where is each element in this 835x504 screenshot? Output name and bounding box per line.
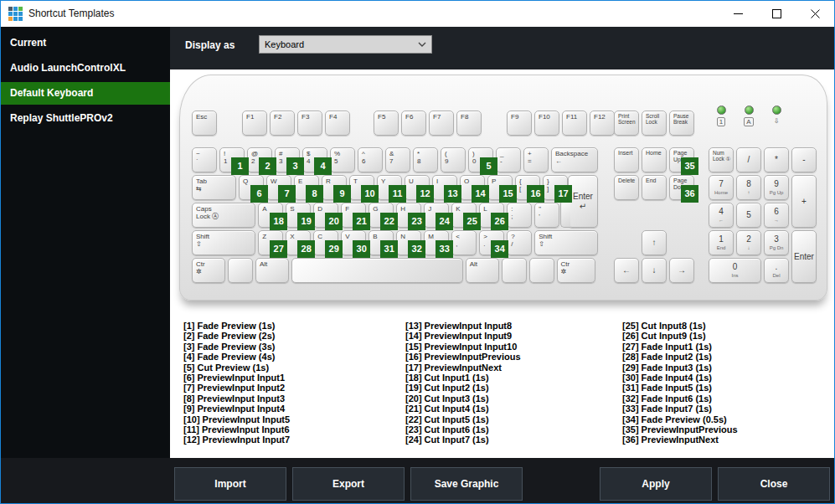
key-4[interactable]: $44 [302,147,327,172]
key-numpad-enter[interactable]: Enter [791,230,817,283]
key-r[interactable]: R9 [322,175,347,200]
key-ctr[interactable]: Ctr✲ [192,258,225,283]
key-blank[interactable]: >.34 [479,230,504,255]
shortcut-badge-34[interactable]: 34 [491,240,508,258]
key-k[interactable]: K25 [451,203,477,228]
import-button[interactable]: Import [174,467,286,501]
key-arrow-down[interactable]: ↓ [642,258,667,283]
shortcut-badge-1[interactable]: 1 [231,157,249,175]
key-numpad-slash[interactable]: / [736,147,761,172]
key-f8[interactable]: F8 [456,111,482,136]
key-enter[interactable]: Enter↵ [568,175,598,228]
sidebar-item-replay-shuttleprov2[interactable]: Replay ShuttlePROv2 [1,107,170,130]
shortcut-badge-7[interactable]: 7 [278,185,296,203]
shortcut-badge-27[interactable]: 27 [270,240,287,258]
key-t[interactable]: T10 [349,175,374,200]
key-f1[interactable]: F1 [242,111,267,136]
key-f2[interactable]: F2 [270,111,295,136]
key-h[interactable]: H23 [396,203,421,228]
key-blank[interactable] [228,258,253,283]
sidebar-item-default-keyboard[interactable]: Default Keyboard [1,82,170,105]
shortcut-badge-14[interactable]: 14 [472,185,489,203]
shortcut-badge-26[interactable]: 26 [491,213,508,230]
shortcut-badge-30[interactable]: 30 [353,240,370,258]
apply-button[interactable]: Apply [600,467,712,501]
key-alt[interactable]: Alt [466,258,499,283]
shortcut-badge-12[interactable]: 12 [416,185,434,203]
key-f9[interactable]: F9 [507,111,532,136]
key-scroll-lock[interactable]: ScrollLock [642,111,667,136]
key-a[interactable]: A18 [258,203,283,228]
key-8[interactable]: 8↑ [736,175,761,200]
key-f[interactable]: F21 [341,203,366,228]
key-alt[interactable]: Alt [255,258,289,283]
key-numpad-minus[interactable]: - [791,147,817,172]
key-7[interactable]: 7Home [709,175,734,200]
shortcut-badge-10[interactable]: 10 [361,185,379,203]
shortcut-badge-20[interactable]: 20 [325,213,343,230]
shortcut-badge-2[interactable]: 2 [259,157,276,175]
key-e[interactable]: E8 [294,175,319,200]
shortcut-badge-21[interactable]: 21 [353,213,370,230]
key-numpad-star[interactable]: * [764,147,789,172]
key-f6[interactable]: F6 [401,111,426,136]
shortcut-badge-23[interactable]: 23 [408,213,425,230]
key-home[interactable]: Home [642,147,667,172]
key-ctr[interactable]: Ctr✲ [557,258,596,283]
key-blank[interactable] [529,258,554,283]
key-2[interactable]: 2↓ [736,230,761,255]
key-f12[interactable]: F12 [590,111,615,136]
key-delete[interactable]: Delete [614,175,639,200]
key-2[interactable]: @22 [247,147,272,172]
key-num-lock[interactable]: NumLock ① [709,147,734,172]
shortcut-badge-22[interactable]: 22 [380,213,398,230]
key-x[interactable]: X28 [286,230,311,255]
key-blank[interactable]: :; [507,203,532,228]
key-3[interactable]: 3Pg Dn [764,230,789,255]
key-backspace[interactable]: Backspace← [551,147,598,172]
key-4[interactable]: 4← [709,203,734,228]
key-l[interactable]: L26 [479,203,504,228]
shortcut-badge-5[interactable]: 5 [480,157,497,175]
key-esc[interactable]: Esc [192,111,217,136]
shortcut-badge-18[interactable]: 18 [270,213,287,230]
save-graphic-button[interactable]: Save Graphic [410,467,523,501]
key-y[interactable]: Y11 [377,175,402,200]
key-8[interactable]: *8 [413,147,438,172]
key-u[interactable]: U12 [405,175,430,200]
shortcut-badge-11[interactable]: 11 [389,185,406,203]
key-blank[interactable]: ?/ [507,230,532,255]
key-b[interactable]: B31 [369,230,394,255]
key-pause-break[interactable]: PauseBreak [669,111,694,136]
key-p[interactable]: P15 [487,175,513,200]
key-arrow-right[interactable]: → [669,258,694,283]
shortcut-badge-33[interactable]: 33 [436,240,453,258]
key-print-screen[interactable]: PrintScreen [614,111,639,136]
key-numpad-dot[interactable]: .Del [764,258,789,283]
key-3[interactable]: #33 [275,147,300,172]
key-s[interactable]: S19 [286,203,311,228]
shortcut-badge-17[interactable]: 17 [554,185,572,203]
key-1[interactable]: !11 [219,147,245,172]
key-f3[interactable]: F3 [297,111,322,136]
key-page-up[interactable]: PageUp35 [669,147,694,172]
key-d[interactable]: D20 [313,203,338,228]
shortcut-badge-28[interactable]: 28 [297,240,315,258]
shortcut-badge-8[interactable]: 8 [306,185,323,203]
key-shift[interactable]: Shift⇧ [534,230,598,255]
shortcut-badge-36[interactable]: 36 [681,185,698,203]
export-button[interactable]: Export [292,467,405,501]
key-tab[interactable]: Tab⇆ [192,175,236,200]
close-button[interactable] [796,1,834,27]
key-blank[interactable]: "' [534,203,559,228]
key-w[interactable]: W7 [266,175,291,200]
shortcut-badge-35[interactable]: 35 [681,157,698,175]
key-c[interactable]: C29 [313,230,338,255]
key-5[interactable]: %5 [330,147,355,172]
shortcut-badge-3[interactable]: 3 [286,157,304,175]
key-6[interactable]: 6→ [764,203,789,228]
shortcut-badge-16[interactable]: 16 [527,185,544,203]
key-i[interactable]: I13 [432,175,457,200]
key-o[interactable]: O14 [460,175,485,200]
key-page-down[interactable]: PageDown36 [669,175,694,200]
